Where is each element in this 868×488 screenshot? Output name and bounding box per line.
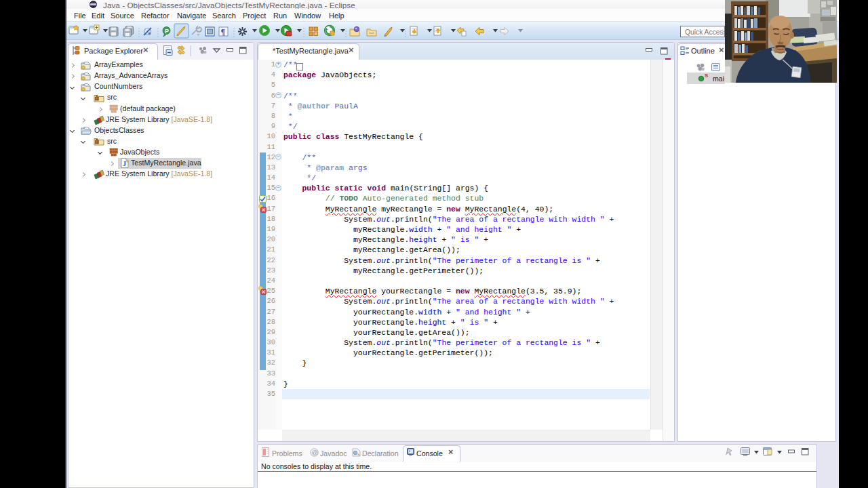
svg-text:P: P [165,28,169,35]
svg-text:S: S [705,73,709,79]
svg-text:¶: ¶ [220,27,224,37]
svg-text:@: @ [312,449,319,456]
